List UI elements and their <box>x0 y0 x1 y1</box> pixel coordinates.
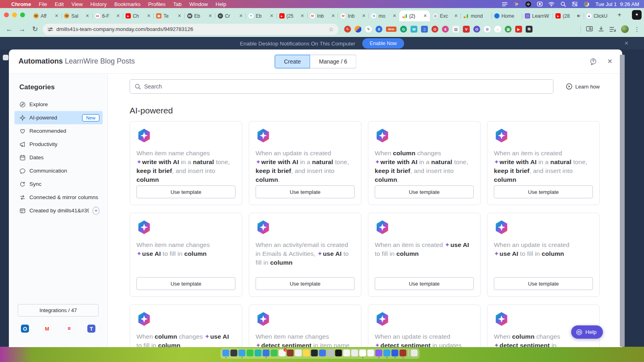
add-category-button[interactable]: + <box>93 207 99 215</box>
sidebar-item-dates[interactable]: Dates <box>14 151 103 164</box>
search-box[interactable] <box>130 79 553 94</box>
purple-o-extension-icon[interactable]: O <box>473 26 480 33</box>
menu-window[interactable]: Window <box>189 1 208 7</box>
close-window-button[interactable] <box>4 12 9 17</box>
sidebar-item-created-by-dmills-s[interactable]: Created by dmills41&#39;s ... + <box>14 204 103 217</box>
browser-tab[interactable]: MInb ✕ <box>307 10 338 21</box>
red-o-extension-icon[interactable]: O <box>431 26 438 33</box>
notes-extension-icon[interactable]: ▤ <box>452 26 459 33</box>
red-pen-extension-icon[interactable]: ✎ <box>344 26 351 33</box>
browser-tab[interactable]: Home <box>491 10 522 21</box>
dock-app-facetime[interactable] <box>271 350 278 356</box>
dock-app-mail[interactable] <box>263 350 270 356</box>
sidebar-item-sync[interactable]: Sync <box>14 177 103 191</box>
tab-close-icon[interactable]: ✕ <box>393 13 396 19</box>
veed-extension-icon[interactable]: V <box>463 26 470 33</box>
use-template-button[interactable]: Use template <box>256 185 355 198</box>
browser-tab[interactable]: MInb ✕ <box>338 10 368 21</box>
bookmark-star-icon[interactable]: ☆ <box>328 26 334 33</box>
teams-icon[interactable]: T <box>87 325 95 333</box>
dock-app-flame-app[interactable] <box>400 350 407 356</box>
dock-app-pages[interactable] <box>367 350 374 356</box>
browser-tab[interactable]: CCr ✕ <box>215 10 246 21</box>
dock-app-notes[interactable] <box>303 350 310 356</box>
blue-doc-extension-icon[interactable]: ▯ <box>421 26 428 33</box>
menu-file[interactable]: File <box>39 1 47 7</box>
use-template-button[interactable]: Use template <box>494 185 593 198</box>
template-card[interactable]: When an update is created✦use AI to fill… <box>487 213 600 297</box>
sidebar-item-productivity[interactable]: Productivity <box>14 138 103 151</box>
tab-create[interactable]: Create <box>275 55 310 68</box>
dock-app-safari[interactable] <box>239 350 246 356</box>
browser-tab-active[interactable]: (2) ✕ <box>399 10 430 21</box>
youtube-extension-icon[interactable]: ▶ <box>515 26 522 33</box>
dock-app-music[interactable] <box>351 350 358 356</box>
dock-app-discord[interactable] <box>376 350 382 356</box>
template-card[interactable]: When an item is created ✦use AI to fill … <box>368 213 481 297</box>
tab-close-icon[interactable]: ✕ <box>208 13 212 19</box>
tab-close-icon[interactable]: ✕ <box>423 13 427 19</box>
dock-app-news[interactable] <box>327 350 334 356</box>
green-grid-extension-icon[interactable]: ▦ <box>505 26 512 33</box>
purple-flower-extension-icon[interactable]: ✿ <box>484 26 491 33</box>
flame-extension-icon[interactable] <box>355 26 361 33</box>
forward-button[interactable]: → <box>17 25 27 33</box>
clipboard-extension-icon[interactable]: ⧉ <box>526 26 533 33</box>
grammarly-extension-icon[interactable]: G <box>400 26 407 33</box>
home-extension-icon[interactable]: ⌂ <box>494 26 501 33</box>
sidebar-item-recommended[interactable]: Recommended <box>14 124 103 138</box>
tab-close-icon[interactable]: ✕ <box>454 13 458 19</box>
dock-app-calendar[interactable]: 1 <box>279 350 286 356</box>
tab-search-button[interactable]: ✦ <box>632 10 642 20</box>
dock-app-preview[interactable] <box>295 350 302 356</box>
dock-app-chrome[interactable] <box>359 350 366 356</box>
dock-app-launchpad[interactable] <box>231 350 237 356</box>
template-card[interactable]: When column changes✦write with AI in a n… <box>368 121 481 205</box>
sidebar-item-communication[interactable]: Communication <box>14 164 103 177</box>
modal-close-icon[interactable]: ✕ <box>607 58 613 65</box>
browser-tab[interactable]: WEb ✕ <box>184 10 215 21</box>
tab-close-icon[interactable]: ✕ <box>331 13 335 19</box>
integrations-button[interactable]: Integrations / 47 <box>18 304 99 317</box>
dock-app-appstore[interactable] <box>319 350 326 356</box>
slack-icon[interactable]: ⌗ <box>65 325 73 333</box>
browser-tab[interactable]: ▶(28 <box>553 10 583 21</box>
tab-close-icon[interactable]: ✕ <box>85 13 89 19</box>
browser-tab[interactable]: mond <box>460 10 491 21</box>
menu-edit[interactable]: Edit <box>55 1 64 7</box>
wifi-icon[interactable] <box>548 1 555 7</box>
gmail-icon[interactable]: M <box>43 325 51 333</box>
new-tab-button[interactable]: + <box>614 10 625 20</box>
tab-close-icon[interactable]: ✕ <box>147 13 151 19</box>
menu-chrome[interactable]: Chrome <box>11 1 31 7</box>
template-card[interactable]: When an update is created✦detect sentime… <box>368 304 481 347</box>
sidebar-item-ai-powered[interactable]: AI-powered New <box>14 111 103 124</box>
help-button[interactable]: Help <box>571 325 603 339</box>
chrome-profile-icon[interactable] <box>583 1 590 7</box>
screen-search-icon[interactable] <box>586 26 593 32</box>
browser-tab[interactable]: ✦Eb ✕ <box>246 10 276 21</box>
reading-list-icon[interactable] <box>609 27 616 32</box>
use-template-button[interactable]: Use template <box>136 277 235 290</box>
use-template-button[interactable]: Use template <box>256 277 355 290</box>
color-dot-icon[interactable] <box>513 1 520 7</box>
enable-now-button[interactable]: Enable Now <box>362 38 404 49</box>
sidebar-item-connected-mirror-columns[interactable]: Connected & mirror columns <box>14 191 103 204</box>
browser-tab[interactable]: ◍Exc ✕ <box>430 10 460 21</box>
browser-tab[interactable]: WAff ✕ <box>31 10 61 21</box>
dock-app-slack-app[interactable] <box>392 350 398 356</box>
tab-close-icon[interactable]: ✕ <box>362 13 365 19</box>
downloads-icon[interactable] <box>598 26 604 32</box>
dock-app-reminders[interactable] <box>343 350 350 356</box>
browser-tab[interactable]: WSal ✕ <box>61 10 92 21</box>
use-template-button[interactable]: Use template <box>375 277 474 290</box>
profile-avatar[interactable] <box>621 25 629 33</box>
tab-audio-icon[interactable] <box>576 14 581 18</box>
chrome-menu-icon[interactable]: ⋮ <box>634 26 640 33</box>
browser-tab[interactable]: ▶Ch ✕ <box>123 10 153 21</box>
dock-app-tv[interactable] <box>311 350 318 356</box>
template-card[interactable]: When item name changes✦detect sentiment … <box>249 304 361 347</box>
ink-pen-extension-icon[interactable]: ✎ <box>365 26 372 33</box>
menu-help[interactable]: Help <box>216 1 227 7</box>
use-template-button[interactable]: Use template <box>136 185 235 198</box>
